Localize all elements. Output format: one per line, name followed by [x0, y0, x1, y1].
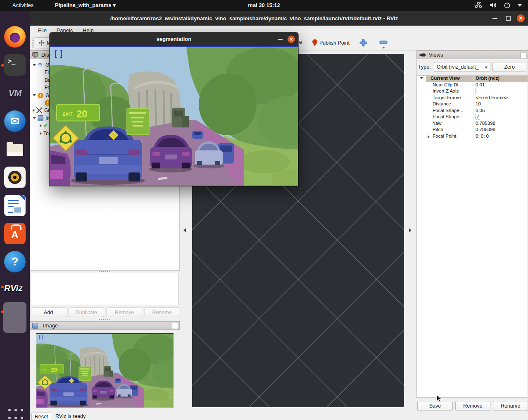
- views-property-row[interactable]: Pitch0.785398: [417, 127, 528, 134]
- views-property-row[interactable]: Yaw0.785398: [417, 121, 528, 127]
- app-menu-button[interactable]: Pipeline_with_params ▾: [55, 2, 116, 8]
- remove-view-button[interactable]: Remove: [455, 401, 490, 411]
- close-button[interactable]: ✕: [517, 14, 525, 22]
- property-value[interactable]: 10: [473, 101, 528, 108]
- image-panel-header[interactable]: Image: [30, 321, 180, 330]
- expander-icon[interactable]: [33, 109, 35, 112]
- image-panel-icon: [32, 323, 38, 329]
- dock-help-icon[interactable]: ?: [4, 251, 26, 272]
- toolbar-drag-handle[interactable]: [31, 38, 34, 48]
- rviz-running-dot: [1, 286, 4, 288]
- property-value[interactable]: 0.01: [473, 82, 528, 89]
- views-property-row[interactable]: Distance10: [417, 101, 528, 108]
- expander-icon[interactable]: [33, 94, 36, 96]
- move-icon: [38, 40, 45, 46]
- displays-splitter-handle[interactable]: [98, 271, 111, 272]
- dock-libreoffice-icon[interactable]: [4, 195, 26, 216]
- property-value[interactable]: 0.785398: [473, 127, 528, 134]
- property-value[interactable]: 0; 0; 0: [473, 134, 528, 140]
- menu-file[interactable]: File: [38, 27, 47, 33]
- property-name: Target Frame: [417, 95, 473, 102]
- check-icon: ✓: [43, 123, 49, 129]
- expander-icon[interactable]: [428, 135, 430, 138]
- views-panel-header[interactable]: Views: [416, 50, 528, 59]
- image-panel-title: Image: [43, 322, 58, 329]
- property-value[interactable]: Orbit (rviz): [473, 76, 528, 82]
- property-value[interactable]: 0.785398: [473, 121, 528, 127]
- image-panel-splitter-handle[interactable]: [98, 319, 111, 320]
- views-property-row[interactable]: Focal Shape...✓: [417, 114, 528, 121]
- dock-rviz-icon[interactable]: RViz: [4, 280, 26, 295]
- rviz-window-titlebar[interactable]: /home/eiforamr/ros2_ws/install/dynamic_v…: [30, 11, 528, 26]
- dock-thunderbird-icon[interactable]: ✉: [4, 110, 26, 132]
- terminal-running-dot: [1, 64, 4, 67]
- activities-button[interactable]: Activities: [12, 2, 33, 8]
- dock-terminal-icon[interactable]: >_: [4, 54, 26, 76]
- views-property-row[interactable]: Focal Point0; 0; 0: [417, 134, 528, 140]
- property-value[interactable]: [473, 88, 528, 95]
- dock-rhythmbox-icon[interactable]: [4, 167, 26, 188]
- add-tool-button[interactable]: [359, 39, 367, 47]
- show-applications-button[interactable]: [7, 408, 29, 420]
- property-name: Focal Shape...: [417, 108, 473, 115]
- dock-files-icon[interactable]: [4, 138, 26, 160]
- segmentation-window[interactable]: segmentation ✕: [50, 32, 298, 186]
- views-property-row[interactable]: Focal Shape...0.05: [417, 108, 528, 115]
- expander-icon[interactable]: [40, 124, 42, 127]
- warning-icon: !: [38, 93, 43, 98]
- rename-display-button[interactable]: Rename: [145, 308, 179, 317]
- reset-button[interactable]: Reset: [31, 413, 51, 420]
- segmentation-image: EXIT 20 []: [50, 46, 298, 186]
- remove-display-button[interactable]: Remove: [107, 308, 142, 317]
- expander-icon[interactable]: [33, 64, 36, 66]
- save-view-button[interactable]: Save: [417, 401, 453, 411]
- segmentation-title: segmentation: [157, 36, 192, 42]
- expander-icon[interactable]: [40, 132, 42, 135]
- left-splitter-collapse-arrow[interactable]: [183, 228, 186, 232]
- dock-software-icon[interactable]: A: [4, 223, 26, 244]
- property-value[interactable]: <Fixed Frame>: [473, 95, 528, 102]
- views-property-row[interactable]: Invert Z Axis: [417, 88, 528, 95]
- displays-help-box: [31, 273, 179, 305]
- views-camera-icon: [419, 52, 426, 57]
- checkbox-checked[interactable]: ✓: [476, 114, 480, 119]
- views-property-row[interactable]: Target Frame<Fixed Frame>: [417, 95, 528, 102]
- property-value[interactable]: 0.05: [473, 108, 528, 115]
- goal-pose-button-tail[interactable]: e: [299, 39, 302, 45]
- minimize-button[interactable]: [492, 18, 497, 19]
- image-panel-checkbox[interactable]: [172, 323, 178, 329]
- grid-icon: [36, 107, 42, 113]
- add-display-button[interactable]: Add: [31, 308, 66, 317]
- checkbox-unchecked[interactable]: [476, 88, 476, 94]
- view-type-dropdown[interactable]: Orbit (rviz_default_: [434, 62, 490, 72]
- views-panel-title: Views: [429, 52, 443, 58]
- expander-icon[interactable]: [420, 77, 423, 79]
- zero-button[interactable]: Zero: [492, 62, 526, 72]
- map-pin-icon: [312, 39, 317, 46]
- svg-text:20: 20: [76, 109, 88, 120]
- dock-vmware-icon[interactable]: VM: [4, 83, 26, 104]
- right-splitter-collapse-arrow[interactable]: [409, 228, 411, 232]
- publish-point-button[interactable]: Publish Point: [312, 39, 350, 46]
- segmentation-close-button[interactable]: ✕: [288, 36, 295, 43]
- tool-options-caret-icon[interactable]: [382, 46, 385, 49]
- segmentation-minimize-button[interactable]: [278, 39, 283, 40]
- dock-window-thumbnail[interactable]: [3, 302, 26, 333]
- gear-icon: ⚙: [38, 62, 43, 68]
- maximize-button[interactable]: [506, 16, 511, 21]
- window-title: /home/eiforamr/ros2_ws/install/dynamic_v…: [30, 15, 478, 21]
- dock-firefox-icon[interactable]: [4, 26, 26, 48]
- system-menu-caret-icon[interactable]: [517, 3, 522, 7]
- duplicate-display-button[interactable]: Duplicate: [69, 308, 104, 317]
- thumbnail-running-dot: [1, 310, 4, 313]
- segmentation-titlebar[interactable]: segmentation ✕: [50, 32, 298, 46]
- rename-view-button[interactable]: Rename: [493, 401, 528, 411]
- remove-tool-button[interactable]: [379, 41, 388, 44]
- property-name: Focal Point: [417, 134, 473, 140]
- property-value[interactable]: ✓: [473, 114, 528, 121]
- views-property-row[interactable]: Current ViewOrbit (rviz): [417, 76, 528, 82]
- views-panel-checkbox[interactable]: [520, 52, 526, 58]
- views-property-row[interactable]: Near Clip Di...0.01: [417, 82, 528, 89]
- clock[interactable]: mai 30 15:12: [248, 2, 280, 8]
- expander-icon[interactable]: [33, 117, 36, 119]
